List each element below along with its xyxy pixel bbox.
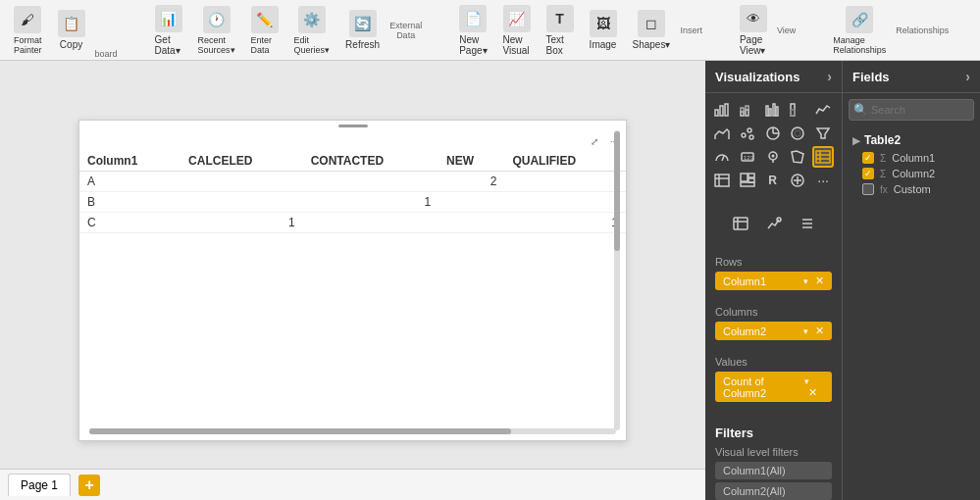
viz-map-icon[interactable]: [762, 146, 784, 168]
table2-name: Table2: [864, 133, 901, 147]
add-page-button[interactable]: +: [78, 475, 100, 496]
fields-title: Fields: [852, 70, 890, 84]
viz-drill-btn[interactable]: [795, 211, 820, 236]
new-page-button[interactable]: 📄 New Page▾: [453, 1, 492, 60]
canvas-inner: ⤢ ··· Column1 CALCELED CONTACTED NEW QUA…: [78, 120, 627, 441]
fields-field-custom[interactable]: fx Custom: [849, 181, 974, 197]
viz-custom-icon[interactable]: [787, 170, 808, 191]
svg-rect-5: [746, 110, 748, 116]
viz-analytics-btn[interactable]: [761, 211, 787, 236]
recent-sources-button[interactable]: 🕐 Recent Sources▾: [192, 2, 241, 59]
right-panels: Visualizations ›: [705, 61, 980, 500]
clipboard-label: board: [95, 49, 118, 59]
viz-matrix-icon[interactable]: [711, 170, 733, 191]
svg-rect-42: [734, 218, 748, 229]
matrix-toolbar: ⤢ ···: [79, 131, 626, 151]
viz-gauge-icon[interactable]: [711, 146, 733, 168]
refresh-button[interactable]: 🔄 Refresh: [339, 6, 386, 54]
viz-rows-field[interactable]: Column1 ▾ ✕: [715, 272, 832, 290]
viz-bar-chart-icon[interactable]: [711, 99, 733, 121]
fields-table2[interactable]: ▶ Table2: [849, 130, 974, 150]
row-b-calceled: [181, 192, 303, 213]
viz-values-close-icon[interactable]: ✕: [808, 386, 817, 398]
matrix-handle[interactable]: [79, 121, 626, 131]
fields-field-column1[interactable]: ✓ Σ Column1: [849, 150, 974, 166]
vertical-scrollbar-thumb: [614, 131, 620, 251]
viz-scatter-icon[interactable]: [737, 123, 758, 144]
header-new: NEW: [438, 151, 504, 172]
viz-line-icon[interactable]: [812, 99, 834, 121]
page-view-button[interactable]: 👁 Page View▾: [734, 1, 773, 60]
viz-area-icon[interactable]: [711, 123, 733, 144]
fields-tree: ▶ Table2 ✓ Σ Column1 ✓ Σ Column2: [843, 126, 980, 500]
text-box-button[interactable]: T Text Box: [541, 1, 580, 60]
row-b-contacted: 1: [303, 192, 438, 213]
row-b-col1: B: [79, 192, 181, 213]
viz-cluster-bar-icon[interactable]: [762, 99, 784, 121]
image-icon: 🖼: [590, 10, 617, 37]
viz-treemap-icon[interactable]: [737, 170, 758, 191]
viz-r-icon[interactable]: R: [762, 170, 784, 191]
viz-filter-col1[interactable]: Column1(All): [715, 462, 832, 479]
matrix-header-row: Column1 CALCELED CONTACTED NEW QUALIFIED: [79, 151, 626, 172]
viz-filter-col2[interactable]: Column2(All): [715, 482, 832, 500]
viz-columns-field[interactable]: Column2 ▾ ✕: [715, 322, 832, 340]
viz-values-field[interactable]: Count of Column2 ▾ ✕: [715, 372, 832, 402]
edit-queries-button[interactable]: ⚙️ Edit Queries▾: [288, 2, 336, 59]
viz-columns-close-icon[interactable]: ✕: [815, 325, 824, 336]
new-visual-icon: 📈: [503, 5, 531, 32]
vertical-scrollbar[interactable]: [614, 130, 620, 430]
matrix-handle-bar: [338, 125, 368, 127]
viz-filled-map-icon[interactable]: [787, 146, 808, 168]
viz-format-btn[interactable]: [728, 211, 753, 236]
svg-rect-2: [725, 104, 728, 116]
row-c-col1: C: [79, 213, 181, 233]
visualizations-collapse-btn[interactable]: ›: [827, 69, 832, 84]
viz-card-icon[interactable]: 123: [737, 146, 758, 168]
get-data-button[interactable]: 📊 Get Data▾: [149, 1, 188, 60]
matrix-expand-btn[interactable]: ⤢: [587, 133, 602, 149]
format-painter-button[interactable]: 🖌 Format Painter: [8, 2, 48, 59]
viz-rows-close-icon[interactable]: ✕: [815, 275, 824, 286]
custom-checkbox[interactable]: [862, 183, 874, 195]
header-col1: Column1: [79, 151, 181, 172]
viz-100-stacked-icon[interactable]: [787, 99, 808, 121]
page-bar-wrapper: Page 1 +: [0, 469, 705, 500]
visualizations-header: Visualizations ›: [705, 61, 842, 93]
canvas[interactable]: ⤢ ··· Column1 CALCELED CONTACTED NEW QUA…: [0, 61, 705, 500]
viz-stacked-bar-icon[interactable]: [737, 99, 758, 121]
viz-funnel-icon[interactable]: [812, 123, 834, 144]
shapes-button[interactable]: ◻ Shapes▾: [627, 6, 677, 54]
viz-pie-icon[interactable]: [762, 123, 784, 144]
text-box-icon: T: [546, 5, 574, 32]
viz-donut-icon[interactable]: [787, 123, 808, 144]
edit-queries-label: Edit Queries▾: [294, 35, 331, 55]
fields-field-column2[interactable]: ✓ Σ Column2: [849, 166, 974, 181]
row-b-qualified: [504, 192, 626, 213]
column1-checkbox[interactable]: ✓: [862, 152, 874, 164]
recent-sources-icon: 🕐: [203, 6, 231, 33]
image-button[interactable]: 🖼 Image: [584, 6, 623, 54]
horizontal-scrollbar[interactable]: [89, 428, 616, 434]
fields-search: 🔍: [849, 99, 974, 121]
fields-collapse-btn[interactable]: ›: [965, 69, 970, 84]
svg-rect-8: [769, 109, 771, 116]
text-box-label: Text Box: [546, 34, 574, 56]
table-row: B 1: [79, 192, 626, 213]
viz-columns-arrow-icon: ▾: [803, 326, 808, 336]
copy-button[interactable]: 📋 Copy: [52, 6, 91, 54]
svg-point-13: [742, 133, 746, 137]
toolbar: 🖌 Format Painter 📋 Copy board 📊 Get Data…: [0, 0, 980, 61]
column2-type-icon: Σ: [880, 169, 886, 179]
manage-relationships-button[interactable]: 🔗 Manage Relationships: [827, 2, 892, 59]
column2-checkbox[interactable]: ✓: [862, 168, 874, 179]
visualizations-panel: Visualizations ›: [705, 61, 843, 500]
viz-table-icon[interactable]: [812, 146, 834, 168]
enter-data-button[interactable]: ✏️ Enter Data: [245, 2, 284, 59]
viz-more-icon[interactable]: ···: [812, 170, 834, 191]
format-painter-icon: 🖌: [14, 6, 41, 33]
page-1-tab[interactable]: Page 1: [8, 474, 71, 496]
svg-point-14: [748, 128, 751, 132]
page-bar: Page 1 +: [0, 469, 705, 500]
new-visual-button[interactable]: 📈 New Visual: [497, 1, 537, 60]
